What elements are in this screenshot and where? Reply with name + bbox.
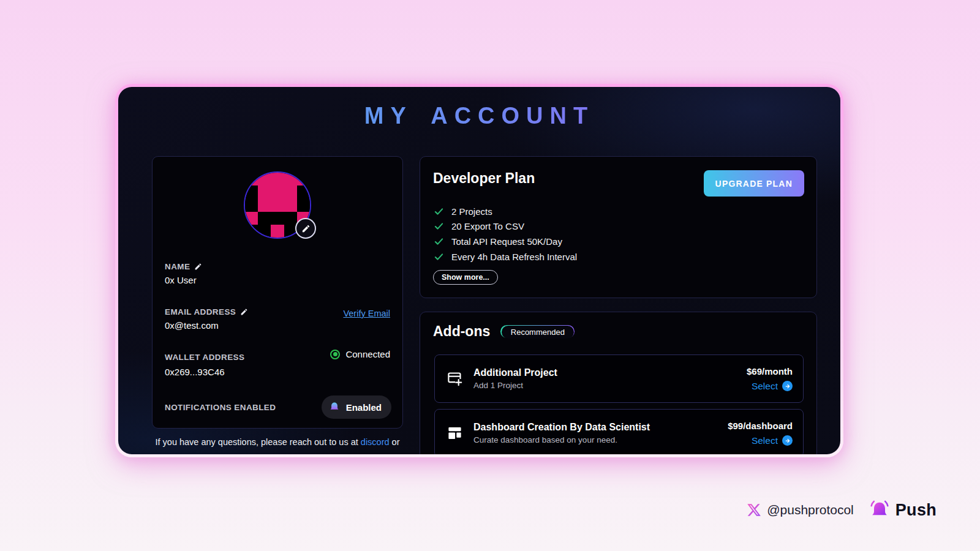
plan-feature: Every 4h Data Refresh Interval	[434, 249, 577, 264]
check-icon	[434, 207, 443, 216]
avatar-edit-button[interactable]	[295, 218, 316, 239]
arrow-right-icon	[782, 435, 793, 446]
addon-card-additional-project: Additional Project Add 1 Project $69/mon…	[434, 354, 804, 403]
dashboard-icon	[445, 425, 464, 441]
plan-feature: 2 Projects	[434, 204, 577, 219]
plan-feature-text: 2 Projects	[451, 206, 492, 217]
addon-select-link[interactable]: Select	[747, 381, 793, 392]
addon-select-link[interactable]: Select	[728, 435, 793, 446]
support-suffix: or	[390, 437, 400, 447]
arrow-right-icon	[782, 381, 793, 391]
addons-panel: Add-ons Recommended Additional Project A…	[420, 312, 817, 454]
check-icon	[434, 222, 443, 231]
email-label-text: EMAIL ADDRESS	[165, 307, 236, 317]
addon-price: $99/dashboard	[728, 421, 793, 431]
push-brand-text: Push	[895, 501, 937, 520]
bell-icon	[328, 400, 341, 414]
addon-subtitle: Add 1 Project	[473, 381, 747, 390]
account-card-frame: MY ACCOUNT NAME 0x User	[115, 84, 843, 457]
connected-radio-icon	[330, 350, 340, 359]
select-label: Select	[752, 381, 778, 392]
upgrade-plan-button[interactable]: UPGRADE PLAN	[704, 170, 804, 197]
show-more-button[interactable]: Show more...	[433, 270, 498, 285]
support-text: If you have any questions, please reach …	[152, 437, 403, 447]
addon-title: Additional Project	[473, 367, 747, 378]
edit-email-icon[interactable]	[240, 308, 248, 316]
push-brand: Push	[867, 497, 937, 523]
verify-email-link[interactable]: Verify Email	[343, 309, 390, 318]
plan-feature-text: Total API Request 50K/Day	[451, 236, 562, 247]
support-prefix: If you have any questions, please reach …	[156, 437, 361, 447]
plan-feature-list: 2 Projects 20 Export To CSV Total API Re…	[434, 204, 577, 264]
notifications-label: NOTIFICATIONS ENABLED	[165, 403, 276, 412]
notifications-toggle[interactable]: Enabled	[322, 395, 391, 419]
add-project-icon	[445, 370, 464, 387]
push-bell-icon	[867, 497, 892, 523]
notifications-status-text: Enabled	[346, 402, 382, 413]
avatar	[244, 171, 312, 240]
recommended-badge-text: Recommended	[502, 326, 574, 339]
plan-title: Developer Plan	[433, 170, 535, 187]
name-value: 0x User	[165, 275, 197, 285]
twitter-handle: @pushprotocol	[767, 503, 854, 517]
x-twitter-icon	[747, 503, 761, 517]
pencil-icon	[301, 224, 311, 233]
addon-card-dashboard-creation: Dashboard Creation By Data Scientist Cur…	[434, 409, 804, 454]
email-label: EMAIL ADDRESS	[165, 307, 248, 317]
wallet-value: 0x269...93C46	[165, 367, 225, 377]
email-value: 0x@test.com	[165, 320, 219, 331]
wallet-status: Connected	[330, 349, 390, 359]
edit-name-icon[interactable]	[194, 263, 202, 271]
discord-link[interactable]: discord	[361, 437, 390, 447]
addons-title: Add-ons	[433, 323, 490, 340]
plan-feature-text: 20 Export To CSV	[451, 221, 524, 231]
footer: @pushprotocol Push	[747, 497, 937, 523]
wallet-status-text: Connected	[345, 349, 390, 359]
check-icon	[434, 237, 443, 246]
recommended-badge: Recommended	[500, 325, 575, 338]
addon-price: $69/month	[747, 366, 793, 377]
account-card: MY ACCOUNT NAME 0x User	[118, 87, 840, 454]
addon-title: Dashboard Creation By Data Scientist	[473, 422, 728, 433]
addons-header: Add-ons Recommended	[433, 323, 575, 340]
profile-panel: NAME 0x User EMAIL ADDRESS 0x@test.com V…	[152, 156, 403, 429]
page-title: MY ACCOUNT	[118, 103, 840, 129]
select-label: Select	[752, 435, 778, 446]
plan-feature-text: Every 4h Data Refresh Interval	[451, 252, 577, 262]
plan-feature: Total API Request 50K/Day	[434, 234, 577, 249]
plan-feature: 20 Export To CSV	[434, 219, 577, 234]
name-label: NAME	[165, 262, 202, 271]
addon-subtitle: Curate dashboard based on your need.	[473, 435, 728, 444]
name-label-text: NAME	[165, 262, 190, 271]
wallet-label: WALLET ADDRESS	[165, 353, 244, 362]
twitter-link[interactable]: @pushprotocol	[747, 503, 854, 517]
check-icon	[434, 252, 443, 261]
plan-panel: Developer Plan UPGRADE PLAN 2 Projects 2…	[420, 156, 817, 298]
